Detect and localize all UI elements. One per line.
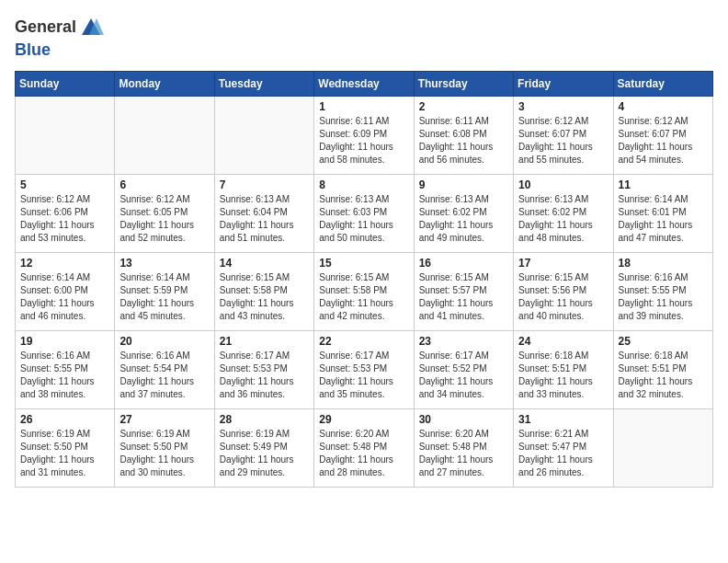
day-number: 1: [319, 100, 408, 113]
calendar-day-cell: 15Sunrise: 6:15 AMSunset: 5:58 PMDayligh…: [314, 253, 414, 331]
day-info: Sunrise: 6:13 AMSunset: 6:04 PMDaylight:…: [220, 193, 309, 245]
calendar-week-row: 19Sunrise: 6:16 AMSunset: 5:55 PMDayligh…: [16, 331, 713, 409]
day-info: Sunrise: 6:12 AMSunset: 6:07 PMDaylight:…: [518, 115, 608, 167]
day-info: Sunrise: 6:11 AMSunset: 6:09 PMDaylight:…: [319, 115, 408, 167]
calendar-day-cell: [214, 97, 313, 175]
logo-general: General: [15, 17, 76, 36]
calendar-day-cell: 23Sunrise: 6:17 AMSunset: 5:52 PMDayligh…: [414, 331, 513, 409]
calendar-day-cell: 16Sunrise: 6:15 AMSunset: 5:57 PMDayligh…: [414, 253, 513, 331]
day-number: 15: [319, 257, 408, 270]
day-info: Sunrise: 6:19 AMSunset: 5:49 PMDaylight:…: [220, 428, 309, 479]
day-info: Sunrise: 6:21 AMSunset: 5:47 PMDaylight:…: [518, 428, 608, 479]
day-info: Sunrise: 6:12 AMSunset: 6:05 PMDaylight:…: [119, 193, 209, 245]
day-number: 18: [619, 257, 708, 270]
calendar-day-cell: 20Sunrise: 6:16 AMSunset: 5:54 PMDayligh…: [115, 331, 214, 409]
calendar-day-cell: 1Sunrise: 6:11 AMSunset: 6:09 PMDaylight…: [314, 97, 414, 175]
day-number: 4: [619, 100, 708, 113]
day-info: Sunrise: 6:11 AMSunset: 6:08 PMDaylight:…: [419, 115, 508, 167]
calendar-day-cell: 3Sunrise: 6:12 AMSunset: 6:07 PMDaylight…: [514, 97, 613, 175]
day-number: 25: [619, 335, 708, 348]
day-info: Sunrise: 6:20 AMSunset: 5:48 PMDaylight:…: [319, 428, 408, 479]
calendar-day-cell: 28Sunrise: 6:19 AMSunset: 5:49 PMDayligh…: [214, 409, 313, 488]
calendar-day-cell: 25Sunrise: 6:18 AMSunset: 5:51 PMDayligh…: [613, 331, 712, 409]
calendar-day-cell: 26Sunrise: 6:19 AMSunset: 5:50 PMDayligh…: [16, 409, 115, 488]
calendar-day-cell: 6Sunrise: 6:12 AMSunset: 6:05 PMDaylight…: [115, 175, 214, 253]
day-number: 27: [119, 413, 209, 426]
calendar-week-row: 26Sunrise: 6:19 AMSunset: 5:50 PMDayligh…: [16, 409, 713, 488]
day-info: Sunrise: 6:12 AMSunset: 6:07 PMDaylight:…: [619, 115, 708, 167]
day-info: Sunrise: 6:15 AMSunset: 5:58 PMDaylight:…: [220, 271, 309, 323]
calendar-day-cell: 22Sunrise: 6:17 AMSunset: 5:53 PMDayligh…: [314, 331, 414, 409]
day-number: 7: [220, 178, 309, 191]
weekday-header: Wednesday: [314, 72, 414, 97]
logo: General Blue: [15, 15, 104, 60]
calendar-day-cell: 27Sunrise: 6:19 AMSunset: 5:50 PMDayligh…: [115, 409, 214, 488]
day-info: Sunrise: 6:14 AMSunset: 5:59 PMDaylight:…: [119, 271, 209, 323]
day-info: Sunrise: 6:15 AMSunset: 5:58 PMDaylight:…: [319, 271, 408, 323]
day-number: 9: [419, 178, 508, 191]
calendar-day-cell: [115, 97, 214, 175]
weekday-header: Monday: [115, 72, 214, 97]
day-number: 11: [619, 178, 708, 191]
calendar-table: SundayMondayTuesdayWednesdayThursdayFrid…: [15, 71, 713, 488]
calendar-week-row: 1Sunrise: 6:11 AMSunset: 6:09 PMDaylight…: [16, 97, 713, 175]
day-number: 19: [20, 335, 109, 348]
day-info: Sunrise: 6:18 AMSunset: 5:51 PMDaylight:…: [619, 350, 708, 401]
day-info: Sunrise: 6:16 AMSunset: 5:55 PMDaylight:…: [20, 350, 109, 401]
calendar-day-cell: 7Sunrise: 6:13 AMSunset: 6:04 PMDaylight…: [214, 175, 313, 253]
weekday-header: Tuesday: [214, 72, 313, 97]
calendar-day-cell: 29Sunrise: 6:20 AMSunset: 5:48 PMDayligh…: [314, 409, 414, 488]
day-number: 16: [419, 257, 508, 270]
day-number: 22: [319, 335, 408, 348]
calendar-day-cell: 17Sunrise: 6:15 AMSunset: 5:56 PMDayligh…: [514, 253, 613, 331]
day-number: 24: [518, 335, 608, 348]
day-info: Sunrise: 6:12 AMSunset: 6:06 PMDaylight:…: [20, 193, 109, 245]
day-number: 14: [220, 257, 309, 270]
logo-icon: [78, 15, 104, 40]
day-info: Sunrise: 6:14 AMSunset: 6:00 PMDaylight:…: [20, 271, 109, 323]
day-number: 31: [518, 413, 608, 426]
day-number: 17: [518, 257, 608, 270]
day-number: 13: [119, 257, 209, 270]
calendar-day-cell: [613, 409, 712, 488]
day-info: Sunrise: 6:13 AMSunset: 6:03 PMDaylight:…: [319, 193, 408, 245]
calendar-day-cell: 9Sunrise: 6:13 AMSunset: 6:02 PMDaylight…: [414, 175, 513, 253]
weekday-header: Thursday: [414, 72, 513, 97]
day-number: 28: [220, 413, 309, 426]
calendar-day-cell: [16, 97, 115, 175]
day-info: Sunrise: 6:13 AMSunset: 6:02 PMDaylight:…: [518, 193, 608, 245]
day-info: Sunrise: 6:17 AMSunset: 5:53 PMDaylight:…: [220, 350, 309, 401]
calendar-day-cell: 30Sunrise: 6:20 AMSunset: 5:48 PMDayligh…: [414, 409, 513, 488]
day-info: Sunrise: 6:16 AMSunset: 5:55 PMDaylight:…: [619, 271, 708, 323]
day-info: Sunrise: 6:20 AMSunset: 5:48 PMDaylight:…: [419, 428, 508, 479]
calendar-day-cell: 19Sunrise: 6:16 AMSunset: 5:55 PMDayligh…: [16, 331, 115, 409]
page-header: General Blue: [15, 15, 713, 60]
calendar-day-cell: 12Sunrise: 6:14 AMSunset: 6:00 PMDayligh…: [16, 253, 115, 331]
day-info: Sunrise: 6:17 AMSunset: 5:52 PMDaylight:…: [419, 350, 508, 401]
calendar-day-cell: 14Sunrise: 6:15 AMSunset: 5:58 PMDayligh…: [214, 253, 313, 331]
calendar-day-cell: 2Sunrise: 6:11 AMSunset: 6:08 PMDaylight…: [414, 97, 513, 175]
calendar-day-cell: 13Sunrise: 6:14 AMSunset: 5:59 PMDayligh…: [115, 253, 214, 331]
day-number: 20: [119, 335, 209, 348]
day-info: Sunrise: 6:16 AMSunset: 5:54 PMDaylight:…: [119, 350, 209, 401]
day-info: Sunrise: 6:15 AMSunset: 5:56 PMDaylight:…: [518, 271, 608, 323]
calendar-day-cell: 11Sunrise: 6:14 AMSunset: 6:01 PMDayligh…: [613, 175, 712, 253]
day-info: Sunrise: 6:19 AMSunset: 5:50 PMDaylight:…: [119, 428, 209, 479]
day-number: 26: [20, 413, 109, 426]
day-info: Sunrise: 6:17 AMSunset: 5:53 PMDaylight:…: [319, 350, 408, 401]
day-number: 21: [220, 335, 309, 348]
calendar-day-cell: 31Sunrise: 6:21 AMSunset: 5:47 PMDayligh…: [514, 409, 613, 488]
day-number: 10: [518, 178, 608, 191]
day-number: 30: [419, 413, 508, 426]
day-info: Sunrise: 6:13 AMSunset: 6:02 PMDaylight:…: [419, 193, 508, 245]
calendar-day-cell: 18Sunrise: 6:16 AMSunset: 5:55 PMDayligh…: [613, 253, 712, 331]
day-info: Sunrise: 6:15 AMSunset: 5:57 PMDaylight:…: [419, 271, 508, 323]
day-number: 12: [20, 257, 109, 270]
calendar-day-cell: 4Sunrise: 6:12 AMSunset: 6:07 PMDaylight…: [613, 97, 712, 175]
calendar-header-row: SundayMondayTuesdayWednesdayThursdayFrid…: [16, 72, 713, 97]
logo-blue: Blue: [15, 40, 51, 59]
calendar-day-cell: 21Sunrise: 6:17 AMSunset: 5:53 PMDayligh…: [214, 331, 313, 409]
day-number: 23: [419, 335, 508, 348]
day-number: 8: [319, 178, 408, 191]
calendar-day-cell: 5Sunrise: 6:12 AMSunset: 6:06 PMDaylight…: [16, 175, 115, 253]
